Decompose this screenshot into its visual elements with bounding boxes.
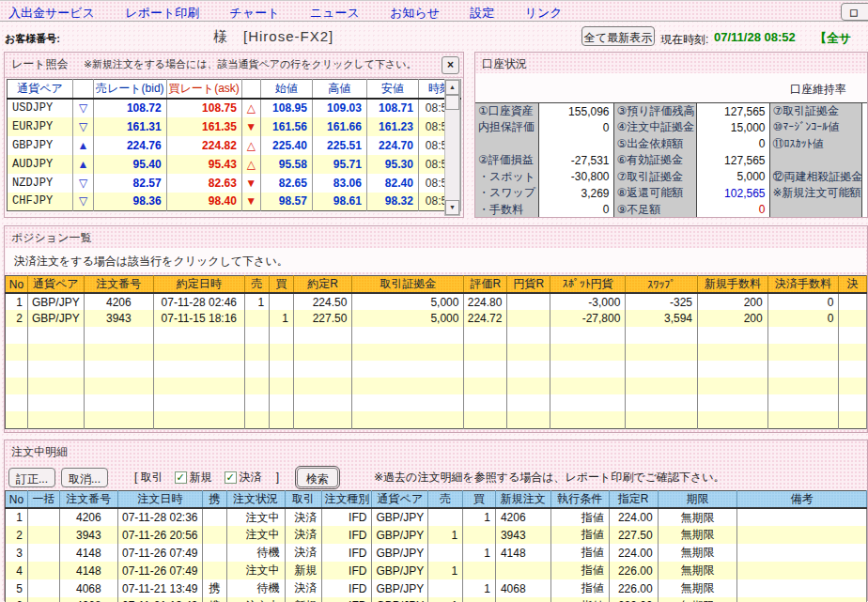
cell-pair: GBP/JPY xyxy=(27,310,84,327)
new-order-checkbox[interactable]: ✓ xyxy=(175,471,187,484)
cell-no: 2 xyxy=(6,310,28,327)
empty-row xyxy=(6,361,867,378)
scrollbar-thumb[interactable] xyxy=(445,95,459,110)
scroll-up-icon[interactable]: ▲ xyxy=(445,80,459,95)
rate-header-high: 高値 xyxy=(312,80,366,99)
maintenance-ratio-header: 口座維持率 xyxy=(757,82,868,98)
cell-order-type: IFD xyxy=(322,526,372,544)
menu-item-report-print[interactable]: レポート印刷 xyxy=(125,5,199,22)
cell-mobile: 携 xyxy=(202,579,226,597)
cell-executed-rate: 224.50 xyxy=(293,293,351,310)
rate-row-GBPJPY[interactable]: GBPJPY▲224.76224.82△225.40225.51224.7008… xyxy=(8,136,461,155)
menu-item-news[interactable]: ニュース xyxy=(310,5,360,22)
cell-mobile xyxy=(202,508,226,526)
cell-close-fee: 0 xyxy=(767,310,839,327)
cell-pair xyxy=(27,411,84,428)
customer-number-label: お客様番号: xyxy=(5,32,60,46)
menu-item-notice[interactable]: お知らせ xyxy=(390,5,440,22)
account-label: ⑩ﾏｰｼﾞﾝｺｰﾙ値 xyxy=(769,119,861,136)
cell-no xyxy=(6,378,28,394)
cell-swap xyxy=(626,327,698,344)
cell-yen-rate xyxy=(507,394,550,411)
menu-item-chart[interactable]: チャート xyxy=(230,5,280,22)
menu-item-settings[interactable]: 設定 xyxy=(470,5,494,22)
cancel-order-button[interactable]: 取消... xyxy=(61,468,108,487)
scroll-down-icon[interactable]: ▼ xyxy=(445,200,459,215)
rate-row-CHFJPY[interactable]: CHFJPY▽98.3698.40▼98.5798.6198.3208:52 xyxy=(8,193,461,211)
order-row[interactable]: 1420607-11-28 02:36注文中決済IFDGBP/JPY14206指… xyxy=(6,508,867,526)
rate-cell-pair: USDJPY xyxy=(8,99,73,117)
account-label: ・スポット xyxy=(475,169,538,186)
refresh-all-button[interactable]: 全て最新表示 xyxy=(581,26,655,46)
order-row[interactable]: 2394307-11-26 20:56注文中決済IFDGBP/JPY13943指… xyxy=(6,526,867,544)
rate-cell-ask_dir: △ xyxy=(241,136,260,155)
rate-row-AUDJPY[interactable]: AUDJPY▲95.4095.43△95.5895.7195.3008:52 xyxy=(8,155,461,174)
cell-pair: GBP/JPY xyxy=(27,293,84,310)
rate-cell-ask: 161.35 xyxy=(166,117,241,136)
order-row[interactable]: 3414807-11-26 07:49待機決済IFDGBP/JPY14148指値… xyxy=(6,544,867,562)
account-value xyxy=(538,136,613,153)
cell-eval-rate xyxy=(464,344,507,361)
account-label: ②評価損益 xyxy=(475,152,538,169)
cell-buy xyxy=(463,562,496,579)
cell-sell xyxy=(244,378,270,394)
cell-specified-rate: 224.00 xyxy=(609,544,658,562)
rate-header-bid_dir xyxy=(73,80,94,99)
account-value xyxy=(861,136,868,153)
all-services-link-partial[interactable]: 【全サ xyxy=(814,30,851,47)
empty-row xyxy=(6,327,867,344)
cell-order-number: 3943 xyxy=(84,310,153,327)
cell-exec-condition: 指値 xyxy=(550,579,609,597)
cell-order-type: IFD xyxy=(322,544,372,562)
account-label: ⑫両建相殺証拠金 xyxy=(769,169,861,186)
account-row: 内担保評価0④注文中証拠金15,000⑩ﾏｰｼﾞﾝｺｰﾙ値 xyxy=(475,119,868,136)
cell-batch xyxy=(27,544,59,562)
cell-eval-rate xyxy=(464,378,507,394)
cell-buy: 1 xyxy=(463,508,496,526)
empty-row xyxy=(6,378,867,394)
rate-panel-title: レート照会 xyxy=(11,57,69,70)
order-row[interactable]: 5406807-11-21 13:49携待機決済IFDGBP/JPY14068指… xyxy=(6,579,867,597)
order-panel-note: ※過去の注文明細を参照する場合は、レポート印刷でご確認下さい。 xyxy=(374,470,724,486)
cell-yen-rate xyxy=(507,327,550,344)
position-row[interactable]: 1GBP/JPY420607-11-28 02:461224.505,00022… xyxy=(6,293,867,310)
rate-row-USDJPY[interactable]: USDJPY▽108.72108.75△108.95109.03108.7108… xyxy=(8,99,461,117)
account-table: ①口座資産155,096③預り評価残高127,565⑦取引証拠金内担保評価0④注… xyxy=(475,102,868,218)
cell-spot-yen xyxy=(550,327,626,344)
menu-item-deposit[interactable]: 入出金サービス xyxy=(8,5,95,22)
order-row[interactable]: 6406807-11-21 13:49携注文中新規IFDGBP/JPY1指値22… xyxy=(6,597,867,602)
amend-order-button[interactable]: 訂正... xyxy=(8,468,55,487)
cell-executed-rate: 227.50 xyxy=(293,310,351,327)
close-order-checkbox[interactable]: ✓ xyxy=(225,471,237,484)
rate-row-EURJPY[interactable]: EURJPY▽161.31161.35▼161.56161.66161.2308… xyxy=(8,117,461,136)
order-row[interactable]: 4414807-11-26 07:49注文中新規IFDGBP/JPY1指値226… xyxy=(6,562,867,579)
pending-orders-panel: 注文中明細 訂正... 取消... [ 取引 ✓ 新規 ✓ 決済 ] 検索 ※過… xyxy=(4,440,868,601)
rate-cell-ask_dir: ▼ xyxy=(241,117,260,136)
cell-mobile xyxy=(202,544,226,562)
logout-button-partial[interactable]: ロ xyxy=(841,3,868,21)
header-sell: 売 xyxy=(244,276,270,294)
empty-row xyxy=(6,394,867,411)
rate-cell-high: 225.51 xyxy=(312,136,366,155)
cell-eval-rate xyxy=(464,394,507,411)
cell-eval-rate: 224.80 xyxy=(464,293,507,310)
menu-item-links[interactable]: リンク xyxy=(525,5,563,22)
cell-margin: 5,000 xyxy=(352,310,464,327)
rate-scrollbar[interactable]: ▲ ▼ xyxy=(444,79,460,216)
cell-expiry: 無期限 xyxy=(658,597,737,602)
cell-buy xyxy=(463,597,496,602)
cell-new-order: 4206 xyxy=(495,508,550,526)
position-table: No通貨ペア注文番号約定日時売買約定R取引証拠金評価R円貨Rｽﾎﾟｯﾄ円貨ｽﾜｯ… xyxy=(5,275,867,429)
header-swap: ｽﾜｯﾌﾟ xyxy=(626,276,698,294)
rate-row-NZDJPY[interactable]: NZDJPY▽82.5782.63▼82.6583.0682.4008:52 xyxy=(8,174,461,193)
search-button[interactable]: 検索 xyxy=(297,468,338,487)
cell-order-number xyxy=(84,411,153,428)
account-row: ①口座資産155,096③預り評価残高127,565⑦取引証拠金 xyxy=(475,103,868,120)
cell-sell xyxy=(428,579,463,597)
cell-specified-rate: 229.00 xyxy=(609,597,658,602)
account-value xyxy=(861,169,868,186)
cell-close-fee xyxy=(767,344,839,361)
close-icon[interactable]: × xyxy=(442,56,459,74)
position-row[interactable]: 2GBP/JPY394307-11-15 18:161227.505,00022… xyxy=(6,310,867,327)
position-panel-note: 決済注文をする場合は該当行をクリックして下さい。 xyxy=(6,248,866,272)
